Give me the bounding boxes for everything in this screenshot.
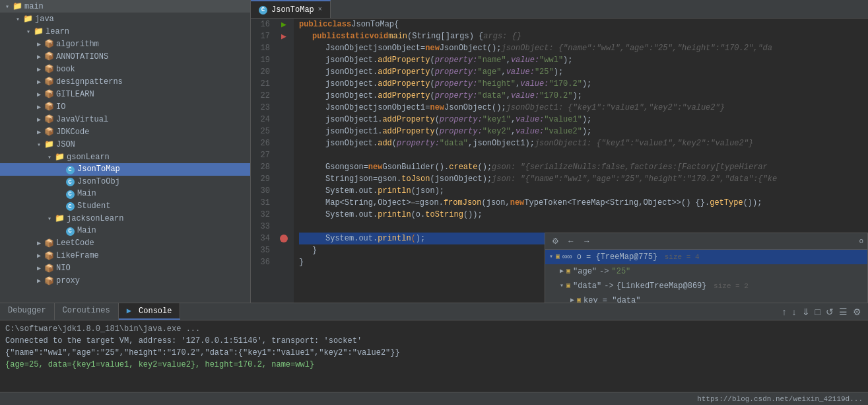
debug-row-0[interactable]: ▾ ▣ ∞∞ o = {TreeMap@775} size = 4 — [545, 250, 867, 264]
debug-back-button[interactable]: ← — [564, 235, 578, 247]
sidebar-item-jdkcode[interactable]: ▶ 📦 JDKCode — [0, 126, 250, 138]
code-line-22: jsonObject.addProperty( property: "data"… — [299, 90, 868, 102]
package-icon: 📦 — [44, 52, 54, 61]
folder-icon: 📁 — [33, 26, 44, 36]
code-line-18: JsonObject jsonObject = new JsonObject()… — [299, 42, 868, 54]
code-line-30: System.out.println(json); — [299, 185, 868, 197]
sidebar-item-javavirtual[interactable]: ▶ 📦 JavaVirtual — [0, 113, 250, 126]
sidebar-item-book[interactable]: ▶ 📦 book — [0, 63, 250, 75]
console-line-1: Connected to the target VM, address: '12… — [5, 335, 863, 347]
package-icon: 📦 — [44, 127, 54, 137]
debug-arrow-icon: ▶ — [281, 31, 286, 42]
clear-button[interactable]: ☰ — [838, 305, 849, 318]
scroll-to-end-button[interactable]: ⇓ — [801, 305, 811, 318]
scroll-up-button[interactable]: ↑ — [781, 305, 788, 318]
sidebar-item-proxy[interactable]: ▶ 📦 proxy — [0, 275, 250, 287]
debug-row-key[interactable]: ▶ ▣ key = "data" — [545, 293, 867, 303]
sidebar-item-main-java[interactable]: C Main — [0, 188, 250, 200]
java-class-icon: C — [65, 189, 75, 199]
code-line-25: jsonObject1.addProperty( property: "key2… — [299, 126, 868, 137]
status-bar: https://blog.csdn.net/weixin_42119d... — [0, 392, 868, 405]
package-icon: 📦 — [44, 64, 54, 74]
folder-icon: 📁 — [44, 139, 54, 149]
scroll-down-button[interactable]: ↓ — [791, 305, 798, 318]
debug-key: key = "data" — [584, 294, 640, 303]
tab-console[interactable]: ▶ Console — [119, 303, 181, 320]
sidebar-item-jacksonlearn[interactable]: ▾ 📁 jacksonLearn — [0, 212, 250, 225]
variable-icon: ▣ — [566, 265, 570, 278]
code-line-19: jsonObject.addProperty( property: "name"… — [299, 54, 868, 66]
bottom-tab-actions: ↑ ↓ ⇓ □ ↺ ☰ ⚙ — [776, 303, 868, 320]
code-line-17: public static void main(String[] args) {… — [299, 30, 868, 42]
sidebar-item-java[interactable]: ▾ 📁 java — [0, 13, 250, 25]
debug-row-age[interactable]: ▶ ▣ "age" -> "25" — [545, 264, 867, 279]
sidebar-item-jsontomap[interactable]: C JsonToMap — [0, 163, 250, 176]
sidebar-item-jsontoobj[interactable]: C JsonToObj — [0, 176, 250, 188]
variable-icon: ▣ — [577, 294, 581, 303]
sidebar-item-designpatterns[interactable]: ▶ 📦 designpatterns — [0, 75, 250, 88]
java-class-icon: C — [65, 226, 75, 236]
tab-coroutines[interactable]: Coroutines — [55, 303, 119, 320]
close-tab-button[interactable]: × — [318, 6, 322, 13]
debug-meta: size = 4 — [660, 250, 699, 264]
console-content: C:\software\jdk1.8.0_181\bin\java.exe ..… — [0, 320, 868, 392]
debug-search-label: o — [859, 237, 863, 245]
rerun-button[interactable]: ↺ — [824, 305, 835, 318]
stop-button[interactable]: □ — [814, 305, 822, 318]
sidebar-item-likeframe[interactable]: ▶ 📦 LikeFrame — [0, 250, 250, 262]
expand-arrow-icon: ▶ — [570, 294, 574, 303]
sidebar-item-annotations[interactable]: ▶ 📦 ANNOTATIONS — [0, 50, 250, 63]
main-area: ▾ 📁 main ▾ 📁 java ▾ 📁 learn ▶ 📦 algorith… — [0, 0, 868, 303]
folder-icon: 📁 — [22, 14, 33, 24]
folder-icon: 📁 — [12, 1, 22, 11]
sidebar-item-json[interactable]: ▾ 📁 JSON — [0, 138, 250, 151]
sidebar-item-main[interactable]: ▾ 📁 main — [0, 0, 250, 13]
code-line-23: JsonObject jsonObject1 = new JsonObject(… — [299, 102, 868, 114]
debug-settings-button[interactable]: ⚙ — [549, 235, 562, 247]
debug-key: ∞∞ o = {TreeMap@775} — [562, 250, 657, 264]
code-line-29: String json = gson.toJson(jsonObject); j… — [299, 173, 868, 185]
package-icon: 📦 — [44, 77, 54, 87]
debug-meta: size = 2 — [710, 279, 749, 293]
package-icon: 📦 — [44, 276, 54, 286]
sidebar-item-gsonlearn[interactable]: ▾ 📁 gsonLearn — [0, 151, 250, 163]
run-arrow-icon: ▶ — [281, 19, 286, 30]
debug-val: {LinkedTreeMap@869} — [617, 279, 707, 293]
code-line-31: Map<String, Object> = gson.fromJson(json… — [299, 197, 868, 209]
package-icon: 📦 — [44, 251, 54, 261]
gutter: ▶ ▶ — [274, 18, 294, 303]
sidebar-item-nio[interactable]: ▶ 📦 NIO — [0, 262, 250, 275]
debug-panel: ⚙ ← → o ▾ ▣ ∞∞ o = {TreeMap@775} size = … — [545, 233, 868, 303]
sidebar-item-leetcode[interactable]: ▶ 📦 LeetCode — [0, 237, 250, 250]
sidebar-item-main-jackson[interactable]: C Main — [0, 225, 250, 237]
sidebar-item-algorithm[interactable]: ▶ 📦 algorithm — [0, 38, 250, 50]
file-tab-jsontomap[interactable]: C JsonToMap × — [251, 0, 331, 18]
settings-button[interactable]: ⚙ — [851, 305, 863, 318]
sidebar-item-io[interactable]: ▶ 📦 IO — [0, 100, 250, 113]
sidebar: ▾ 📁 main ▾ 📁 java ▾ 📁 learn ▶ 📦 algorith… — [0, 0, 251, 303]
java-class-icon: C — [65, 177, 75, 187]
sidebar-item-gitlearn[interactable]: ▶ 📦 GITLEARN — [0, 88, 250, 100]
debug-panel-header: ⚙ ← → o — [545, 233, 867, 250]
expand-arrow-icon: ▾ — [549, 250, 553, 264]
debug-forward-button[interactable]: → — [580, 235, 593, 247]
editor-area: C JsonToMap × 16 17 18 19 20 21 22 23 24… — [251, 0, 868, 303]
sidebar-item-student[interactable]: C Student — [0, 200, 250, 213]
variable-icon: ▣ — [566, 279, 570, 293]
line-numbers: 16 17 18 19 20 21 22 23 24 25 26 27 28 2… — [251, 18, 274, 303]
code-line-24: jsonObject1.addProperty( property: "key1… — [299, 114, 868, 126]
variable-icon: ▣ — [556, 250, 560, 264]
code-line-32: System.out.println(o.toString()); — [299, 209, 868, 221]
code-line-21: jsonObject.addProperty( property: "heigh… — [299, 78, 868, 90]
java-class-icon: C — [65, 165, 75, 174]
bottom-panel: Debugger Coroutines ▶ Console ↑ ↓ ⇓ □ ↺ … — [0, 303, 868, 392]
folder-icon: 📁 — [54, 213, 65, 223]
file-tab-bar: C JsonToMap × — [251, 0, 868, 18]
code-line-27 — [299, 149, 868, 161]
sidebar-item-learn[interactable]: ▾ 📁 learn — [0, 25, 250, 38]
status-url: https://blog.csdn.net/weixin_42119d... — [697, 395, 863, 403]
package-icon: 📦 — [44, 102, 54, 112]
debug-row-data[interactable]: ▾ ▣ "data" -> {LinkedTreeMap@869} size =… — [545, 279, 867, 293]
debug-panel-toolbar: ⚙ ← → — [549, 235, 593, 247]
tab-debugger[interactable]: Debugger — [0, 303, 55, 320]
